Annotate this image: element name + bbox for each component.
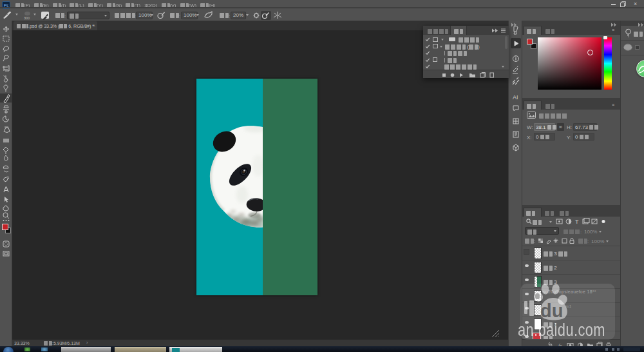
svg-text:T: T (575, 219, 579, 225)
svg-text:AI: AI (513, 94, 518, 101)
